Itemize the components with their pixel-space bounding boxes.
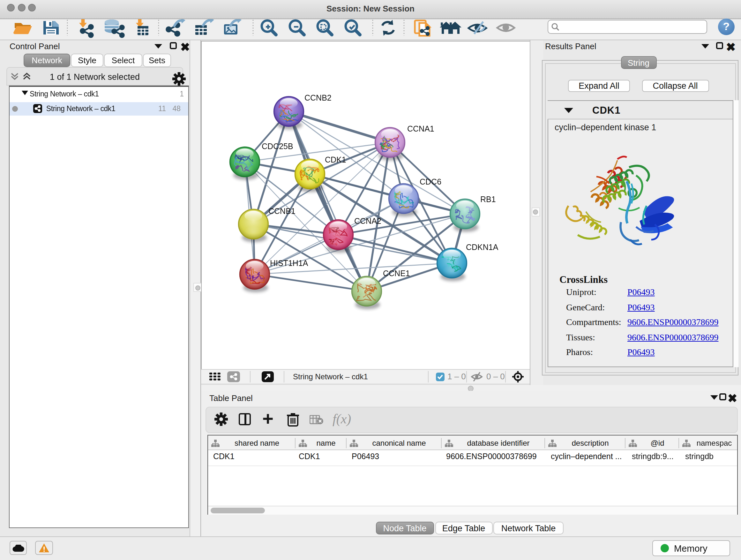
svg-text:String Network – cdk1: String Network – cdk1: [293, 372, 368, 381]
svg-text:RB1: RB1: [480, 194, 495, 203]
svg-text:HIST1H1A: HIST1H1A: [270, 258, 308, 267]
svg-text:CCNB2: CCNB2: [304, 93, 331, 102]
svg-text:1 – 0: 1 – 0: [448, 371, 466, 381]
svg-text:CCNB1: CCNB1: [268, 206, 295, 215]
svg-text:CCNE1: CCNE1: [383, 268, 410, 277]
svg-text:CDKN1A: CDKN1A: [466, 242, 498, 251]
svg-text:0 – 0: 0 – 0: [486, 371, 505, 381]
svg-text:CDC6: CDC6: [419, 177, 441, 186]
svg-text:CCNA2: CCNA2: [354, 216, 381, 225]
svg-text:CCNA1: CCNA1: [407, 124, 434, 133]
svg-text:CDK1: CDK1: [325, 155, 346, 164]
svg-text:CDC25B: CDC25B: [261, 141, 293, 150]
